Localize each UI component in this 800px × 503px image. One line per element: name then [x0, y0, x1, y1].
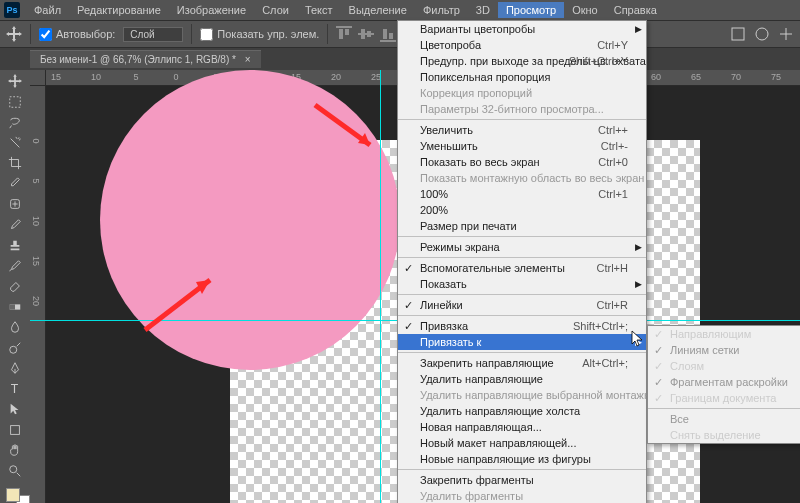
lasso-tool[interactable] [4, 113, 26, 132]
svg-rect-6 [380, 40, 396, 42]
annotation-arrow-2 [140, 270, 230, 340]
svg-rect-0 [336, 26, 352, 28]
menu-item[interactable]: ЛинейкиCtrl+R [398, 297, 646, 313]
fg-color-swatch[interactable] [6, 488, 20, 502]
ruler-tick: 60 [651, 72, 661, 82]
menu-item[interactable]: Попиксельная пропорция [398, 69, 646, 85]
zoom-tool[interactable] [4, 462, 26, 481]
submenu-item: Все [648, 411, 800, 427]
ruler-tick: 70 [731, 72, 741, 82]
ruler-tick: 20 [331, 72, 341, 82]
wand-tool[interactable] [4, 134, 26, 153]
svg-rect-18 [732, 28, 744, 40]
dodge-tool[interactable] [4, 339, 26, 358]
ruler-tick: 5 [133, 72, 138, 82]
snap-to-submenu[interactable]: НаправляющимЛиниям сеткиСлоямФрагментам … [647, 325, 800, 444]
ruler-tick: 20 [31, 296, 41, 306]
pen-tool[interactable] [4, 359, 26, 378]
hand-tool[interactable] [4, 441, 26, 460]
path-select-tool[interactable] [4, 400, 26, 419]
mode-icon-2[interactable] [754, 26, 770, 42]
align-bottom-icon[interactable] [380, 26, 396, 42]
tools-panel: T [0, 70, 30, 503]
color-swatches[interactable] [6, 488, 24, 503]
svg-point-19 [756, 28, 768, 40]
menu-фильтр[interactable]: Фильтр [415, 2, 468, 18]
marquee-tool[interactable] [4, 93, 26, 112]
menu-слои[interactable]: Слои [254, 2, 297, 18]
ruler-origin[interactable] [30, 70, 46, 86]
mode-icon-3[interactable] [778, 26, 794, 42]
crop-tool[interactable] [4, 154, 26, 173]
annotation-arrow-1 [310, 100, 390, 160]
menu-item[interactable]: ПривязкаShift+Ctrl+; [398, 318, 646, 334]
menu-просмотр[interactable]: Просмотр [498, 2, 564, 18]
menu-item[interactable]: Привязать к▶ [398, 334, 646, 350]
menu-item[interactable]: Удалить направляющие [398, 371, 646, 387]
svg-rect-8 [389, 33, 393, 39]
svg-rect-26 [11, 425, 20, 434]
history-brush-tool[interactable] [4, 257, 26, 276]
eraser-tool[interactable] [4, 277, 26, 296]
menu-item[interactable]: Новый макет направляющей... [398, 435, 646, 451]
menu-item[interactable]: Удалить направляющие холста [398, 403, 646, 419]
submenu-item: Фрагментам раскройки [648, 374, 800, 390]
submenu-item[interactable]: Слоям [648, 358, 800, 374]
move-tool[interactable] [4, 72, 26, 91]
menu-item[interactable]: Размер при печати [398, 218, 646, 234]
menu-item[interactable]: 100%Ctrl+1 [398, 186, 646, 202]
menu-item[interactable]: УменьшитьCtrl+- [398, 138, 646, 154]
align-vcenter-icon[interactable] [358, 26, 374, 42]
menu-окно[interactable]: Окно [564, 2, 606, 18]
menu-item[interactable]: ЦветопробаCtrl+Y [398, 37, 646, 53]
menu-item[interactable]: Показать▶ [398, 276, 646, 292]
menu-3d[interactable]: 3D [468, 2, 498, 18]
show-controls-checkbox[interactable]: Показать упр. элем. [200, 28, 319, 41]
menu-редактирование[interactable]: Редактирование [69, 2, 169, 18]
menu-item[interactable]: УвеличитьCtrl++ [398, 122, 646, 138]
mouse-cursor-icon [631, 330, 645, 348]
autoselect-checkbox[interactable]: Автовыбор: [39, 28, 115, 41]
menu-справка[interactable]: Справка [606, 2, 665, 18]
menu-item[interactable]: Предупр. при выходе за пределы цв. охват… [398, 53, 646, 69]
submenu-item[interactable]: Направляющим [648, 326, 800, 342]
ruler-tick: 0 [31, 138, 41, 143]
svg-rect-23 [10, 304, 15, 309]
menu-item[interactable]: Вспомогательные элементыCtrl+H [398, 260, 646, 276]
menu-item[interactable]: Режимы экрана▶ [398, 239, 646, 255]
align-top-icon[interactable] [336, 26, 352, 42]
menu-item: Удалить направляющие выбранной монтажной… [398, 387, 646, 403]
heal-tool[interactable] [4, 195, 26, 214]
shape-tool[interactable] [4, 421, 26, 440]
brush-tool[interactable] [4, 216, 26, 235]
document-tab[interactable]: Без имени-1 @ 66,7% (Эллипс 1, RGB/8) * … [30, 50, 261, 68]
type-tool[interactable]: T [4, 380, 26, 399]
menu-item[interactable]: Варианты цветопробы▶ [398, 21, 646, 37]
menu-выделение[interactable]: Выделение [341, 2, 415, 18]
menu-item[interactable]: Закрепить направляющиеAlt+Ctrl+; [398, 355, 646, 371]
menu-item[interactable]: Закрепить фрагменты [398, 472, 646, 488]
menu-item: Коррекция пропорций [398, 85, 646, 101]
svg-text:T: T [11, 382, 19, 396]
view-menu-dropdown[interactable]: Варианты цветопробы▶ЦветопробаCtrl+YПред… [397, 20, 647, 503]
menu-изображение[interactable]: Изображение [169, 2, 254, 18]
ruler-vertical[interactable]: 05101520 [30, 86, 46, 503]
gradient-tool[interactable] [4, 298, 26, 317]
3d-mode-icon[interactable] [730, 26, 746, 42]
menu-item[interactable]: Новые направляющие из фигуры [398, 451, 646, 467]
svg-rect-5 [367, 31, 371, 37]
close-tab-icon[interactable]: × [245, 54, 251, 65]
menu-item[interactable]: Показать во весь экранCtrl+0 [398, 154, 646, 170]
blur-tool[interactable] [4, 318, 26, 337]
submenu-item[interactable]: Границам документа [648, 390, 800, 406]
ruler-tick: 10 [31, 216, 41, 226]
submenu-item[interactable]: Снять выделение [648, 427, 800, 443]
menu-текст[interactable]: Текст [297, 2, 341, 18]
menu-item[interactable]: 200% [398, 202, 646, 218]
autoselect-dropdown[interactable]: Слой [123, 27, 183, 42]
menu-item[interactable]: Новая направляющая... [398, 419, 646, 435]
ruler-tick: 15 [31, 256, 41, 266]
eyedropper-tool[interactable] [4, 175, 26, 194]
stamp-tool[interactable] [4, 236, 26, 255]
menu-файл[interactable]: Файл [26, 2, 69, 18]
